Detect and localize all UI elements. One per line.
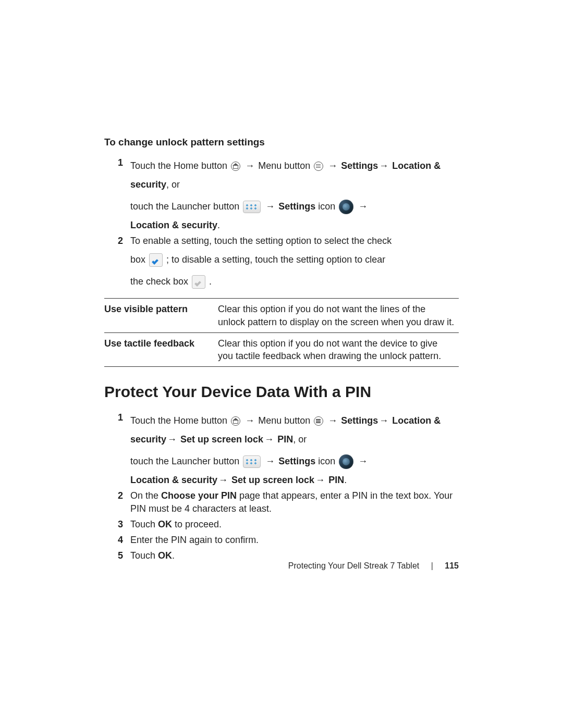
footer-title: Protecting Your Dell Streak 7 Tablet [288, 561, 419, 570]
text: Enter the PIN again to confirm. [130, 534, 459, 546]
step-body: Touch OK to proceed. [130, 518, 459, 530]
option-label: Use visible pattern [104, 299, 218, 333]
footer-divider: | [422, 561, 443, 570]
step-2: 2 On the Choose your PIN page that appea… [104, 489, 459, 515]
step-body: On the Choose your PIN page that appears… [130, 489, 459, 515]
table-row: Use visible pattern Clear this option if… [104, 299, 459, 333]
arrow-icon: → [314, 475, 326, 485]
text: To enable a setting, touch the setting o… [130, 236, 391, 246]
text: icon [315, 201, 338, 212]
step-body: Touch the Home button → Menu button → Se… [130, 156, 459, 231]
step-3: 3 Touch OK to proceed. [104, 518, 459, 530]
arrow-icon: → [378, 161, 389, 171]
section-heading-pattern-settings: To change unlock pattern settings [104, 135, 459, 149]
text: Touch the Home button [130, 415, 230, 426]
text: touch the Launcher button [130, 456, 242, 466]
text: Touch the Home button [130, 161, 230, 171]
pattern-settings-steps: 1 Touch the Home button → Menu button → … [104, 156, 459, 291]
text: . [172, 550, 175, 561]
page-number: 115 [445, 561, 459, 570]
text-bold: Settings [278, 201, 315, 212]
settings-icon [339, 454, 353, 469]
text-bold: Set up screen lock [231, 475, 314, 485]
arrow-icon: → [244, 415, 255, 426]
step-body: To enable a setting, touch the setting o… [130, 235, 459, 291]
text-bold: PIN [328, 475, 344, 485]
home-icon [231, 416, 240, 426]
section-heading-pin: Protect Your Device Data With a PIN [104, 381, 459, 403]
text-bold: OK [158, 519, 172, 529]
menu-icon [314, 162, 323, 171]
launcher-icon [243, 201, 261, 213]
text: Menu button [258, 161, 313, 171]
text-bold: Settings [341, 415, 378, 426]
text-bold: OK [158, 550, 172, 561]
arrow-icon: → [264, 201, 276, 212]
checkbox-unchecked-icon [192, 275, 205, 289]
table-row: Use tactile feedback Clear this option i… [104, 332, 459, 367]
text: On the [130, 490, 161, 501]
step-number: 1 [104, 156, 130, 169]
step-body: Touch the Home button → Menu button → Se… [130, 411, 459, 486]
text: . [217, 220, 220, 230]
page-footer: Protecting Your Dell Streak 7 Tablet | 1… [288, 560, 459, 572]
text: Touch [130, 519, 158, 529]
step-number: 4 [104, 534, 130, 546]
step-1: 1 Touch the Home button → Menu button → … [104, 411, 459, 486]
step-number: 3 [104, 518, 130, 530]
arrow-icon: → [357, 456, 369, 466]
text: icon [315, 456, 338, 466]
arrow-icon: → [264, 456, 276, 466]
text: the check box [130, 276, 191, 287]
text-bold: PIN [277, 434, 293, 445]
text: ; to disable a setting, touch the settin… [166, 254, 385, 265]
arrow-icon: → [357, 201, 369, 212]
step-number: 1 [104, 411, 130, 424]
launcher-icon [243, 455, 261, 468]
step-4: 4 Enter the PIN again to confirm. [104, 534, 459, 546]
text: , or [166, 179, 180, 190]
step-number: 2 [104, 235, 130, 247]
arrow-icon: → [263, 434, 275, 445]
text-bold: Settings [341, 161, 378, 171]
options-table: Use visible pattern Clear this option if… [104, 298, 459, 367]
step-1: 1 Touch the Home button → Menu button → … [104, 156, 459, 231]
arrow-icon: → [244, 161, 255, 171]
text-bold: Location & security [130, 220, 217, 230]
text: touch the Launcher button [130, 201, 242, 212]
home-icon [231, 162, 240, 171]
option-description: Clear this option if you do not want the… [218, 299, 459, 333]
text: Touch [130, 550, 158, 561]
text-bold: Settings [278, 456, 315, 466]
arrow-icon: → [166, 434, 178, 445]
menu-icon [314, 416, 323, 426]
manual-page: To change unlock pattern settings 1 Touc… [0, 0, 563, 728]
text: to proceed. [172, 519, 222, 529]
option-label: Use tactile feedback [104, 332, 218, 367]
step-body: Enter the PIN again to confirm. [130, 534, 459, 546]
arrow-icon: → [327, 415, 338, 426]
arrow-icon: → [327, 161, 338, 171]
option-description: Clear this option if you do not want the… [218, 332, 459, 367]
text: box [130, 254, 148, 265]
settings-icon [339, 200, 353, 214]
text-bold: Location & security [130, 475, 217, 485]
step-number: 5 [104, 549, 130, 562]
step-number: 2 [104, 489, 130, 502]
text-bold: Set up screen lock [180, 434, 263, 445]
arrow-icon: → [378, 415, 389, 426]
step-2: 2 To enable a setting, touch the setting… [104, 235, 459, 291]
text: Menu button [258, 415, 313, 426]
text: , or [293, 434, 307, 445]
checkbox-checked-icon [149, 253, 163, 267]
text: . [344, 475, 347, 485]
text: . [209, 276, 212, 287]
pin-steps: 1 Touch the Home button → Menu button → … [104, 411, 459, 562]
arrow-icon: → [217, 475, 229, 485]
text-bold: Choose your PIN [161, 490, 237, 501]
